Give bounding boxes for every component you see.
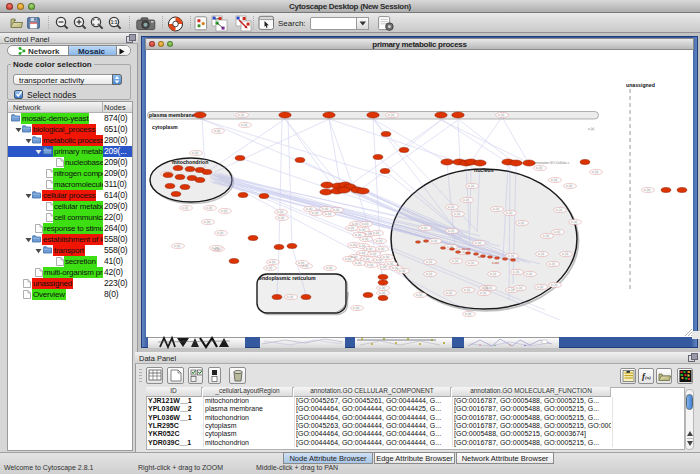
svg-text:x-(x): x-(x) xyxy=(351,255,357,259)
svg-text:x-(x): x-(x) xyxy=(206,206,212,210)
svg-text:x-(x): x-(x) xyxy=(365,232,371,236)
svg-text:x-(x): x-(x) xyxy=(562,252,568,256)
svg-text:x-(x): x-(x) xyxy=(421,226,427,230)
svg-text:annotation.GO-Cellular-c: annotation.GO-Cellular-c xyxy=(534,161,570,165)
svg-text:x-(x): x-(x) xyxy=(287,295,293,299)
svg-text:x-(x): x-(x) xyxy=(518,221,524,225)
svg-text:x-(x): x-(x) xyxy=(174,244,180,248)
svg-text:x-(x): x-(x) xyxy=(566,184,572,188)
svg-text:x-(x): x-(x) xyxy=(588,127,594,131)
svg-text:x-(x): x-(x) xyxy=(378,247,384,251)
svg-text:x-(x): x-(x) xyxy=(266,266,272,270)
svg-text:x-(x): x-(x) xyxy=(426,272,432,276)
svg-text:x-(x): x-(x) xyxy=(204,220,210,224)
svg-text:x-(x): x-(x) xyxy=(312,211,318,215)
svg-text:x-xxx: x-xxx xyxy=(492,261,499,265)
svg-text:x-(x): x-(x) xyxy=(278,216,284,220)
svg-text:x-(x): x-(x) xyxy=(366,247,372,251)
svg-text:x-(x): x-(x) xyxy=(362,222,368,226)
svg-text:x-(x): x-(x) xyxy=(322,207,328,211)
svg-text:endoplasmic reticulum: endoplasmic reticulum xyxy=(259,275,316,281)
svg-text:x-(x): x-(x) xyxy=(592,170,598,174)
svg-text:x-(x): x-(x) xyxy=(350,243,356,247)
svg-text:x-(x): x-(x) xyxy=(383,255,389,259)
svg-text:x-(x): x-(x) xyxy=(362,237,368,241)
svg-text:x-(x): x-(x) xyxy=(486,286,492,290)
svg-text:x-(x): x-(x) xyxy=(508,254,514,258)
svg-text:x-(x): x-(x) xyxy=(448,229,454,233)
svg-text:unassigned: unassigned xyxy=(626,82,655,88)
svg-text:x-(x): x-(x) xyxy=(480,291,486,295)
svg-text:cytoplasm: cytoplasm xyxy=(152,124,178,130)
svg-text:x-(x): x-(x) xyxy=(363,257,369,261)
svg-text:x-(x): x-(x) xyxy=(221,209,227,213)
svg-text:x-(x): x-(x) xyxy=(468,184,474,188)
svg-text:x-(x): x-(x) xyxy=(379,286,385,290)
svg-text:x-(x): x-(x) xyxy=(426,260,432,264)
svg-text:x-(x): x-(x) xyxy=(353,306,359,310)
svg-text:xx-xxx: xx-xxx xyxy=(462,247,471,251)
svg-text:x-(x): x-(x) xyxy=(508,288,514,292)
svg-text:f(x): f(x) xyxy=(642,371,651,381)
svg-text:x-(x): x-(x) xyxy=(345,257,351,261)
svg-text:x-(x): x-(x) xyxy=(416,293,422,297)
svg-text:x-(x): x-(x) xyxy=(463,198,469,202)
svg-text:x-(x): x-(x) xyxy=(326,266,332,270)
svg-text:x-(x): x-(x) xyxy=(367,263,373,267)
svg-text:x-(x): x-(x) xyxy=(355,233,361,237)
svg-text:x-(x): x-(x) xyxy=(370,252,376,256)
svg-text:x-(x): x-(x) xyxy=(277,210,283,214)
svg-text:x-(x): x-(x) xyxy=(380,265,386,269)
svg-text:x-(x): x-(x) xyxy=(388,113,394,117)
svg-text:x-(x): x-(x) xyxy=(325,212,331,216)
svg-text:x-(x): x-(x) xyxy=(551,178,557,182)
svg-text:x-(x): x-(x) xyxy=(376,239,382,243)
svg-text:xx-xx: xx-xx xyxy=(478,255,485,259)
svg-text:x-(x): x-(x) xyxy=(333,208,339,212)
svg-text:x-(x): x-(x) xyxy=(392,266,398,270)
svg-text:x-(x): x-(x) xyxy=(452,259,458,263)
svg-text:x-(x): x-(x) xyxy=(516,286,522,290)
svg-text:1:1: 1:1 xyxy=(111,20,118,25)
svg-text:x-(x): x-(x) xyxy=(513,270,519,274)
svg-text:x-(x): x-(x) xyxy=(212,246,218,250)
svg-text:x-(x): x-(x) xyxy=(454,212,460,216)
svg-text:x-(x): x-(x) xyxy=(551,283,557,287)
svg-text:x-(x): x-(x) xyxy=(348,226,354,230)
svg-text:x-(x): x-(x) xyxy=(298,261,304,265)
svg-text:x-(x): x-(x) xyxy=(376,258,382,262)
svg-text:x-(x): x-(x) xyxy=(554,230,560,234)
svg-text:x-(x): x-(x) xyxy=(571,220,577,224)
svg-text:x-(x): x-(x) xyxy=(493,207,499,211)
svg-text:x-(x): x-(x) xyxy=(526,272,532,276)
svg-text:x-(x): x-(x) xyxy=(543,234,549,238)
svg-text:x-(x): x-(x) xyxy=(538,252,544,256)
svg-text:x-(x): x-(x) xyxy=(373,231,379,235)
svg-text:x-(x): x-(x) xyxy=(182,206,188,210)
svg-text:x-(x): x-(x) xyxy=(431,239,437,243)
svg-text:x-(x): x-(x) xyxy=(192,151,198,155)
svg-text:x-(x): x-(x) xyxy=(399,269,405,273)
svg-text:x-(x): x-(x) xyxy=(506,211,512,215)
svg-text:plasma membrane: plasma membrane xyxy=(149,112,195,118)
svg-text:x-(x): x-(x) xyxy=(269,260,275,264)
svg-text:x-(x): x-(x) xyxy=(241,123,247,127)
svg-text:x-(x): x-(x) xyxy=(464,288,470,292)
svg-text:x-(x): x-(x) xyxy=(214,129,220,133)
svg-text:x-(x): x-(x) xyxy=(238,113,244,117)
svg-text:x-(x): x-(x) xyxy=(359,251,365,255)
svg-text:x-(x): x-(x) xyxy=(549,262,555,266)
svg-text:x-(x): x-(x) xyxy=(468,261,474,265)
svg-text:x-(x): x-(x) xyxy=(465,312,471,316)
svg-text:x-(x): x-(x) xyxy=(537,285,543,289)
svg-text:x-(x): x-(x) xyxy=(217,231,223,235)
svg-text:x-(x): x-(x) xyxy=(536,166,542,170)
svg-text:x-(x): x-(x) xyxy=(498,113,504,117)
svg-text:x-(x): x-(x) xyxy=(556,208,562,212)
svg-text:x-(x): x-(x) xyxy=(379,291,385,295)
svg-text:x-(x): x-(x) xyxy=(355,261,361,265)
svg-text:x-(x): x-(x) xyxy=(446,291,452,295)
svg-text:x-(x): x-(x) xyxy=(448,205,454,209)
svg-text:x-(x): x-(x) xyxy=(490,272,496,276)
svg-text:mitochondrion: mitochondrion xyxy=(172,159,208,165)
